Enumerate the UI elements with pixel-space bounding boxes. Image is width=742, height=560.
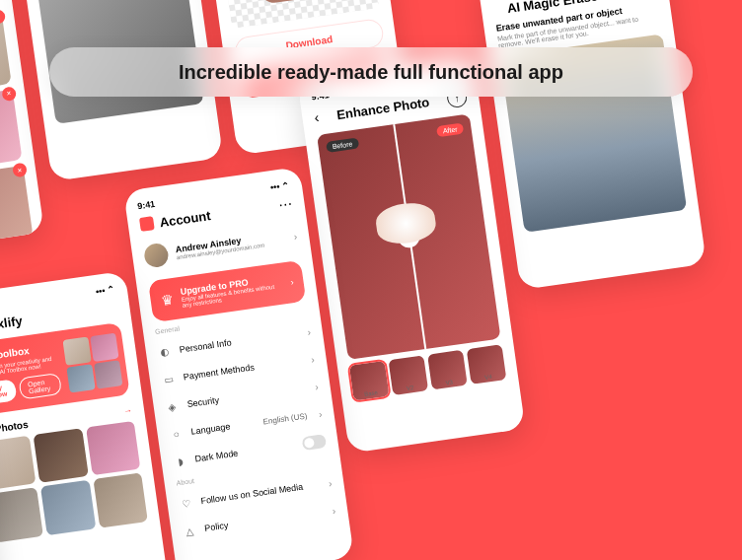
photo-thumb[interactable]: ×	[0, 89, 23, 170]
back-icon[interactable]: ‹	[313, 109, 320, 125]
gallery-thumb[interactable]	[40, 480, 96, 535]
variant-thumb[interactable]: V2	[388, 355, 428, 395]
photo-thumb[interactable]: ×	[0, 12, 12, 93]
chevron-right-icon: ›	[314, 381, 319, 391]
gallery-thumb[interactable]	[0, 488, 43, 543]
chevron-right-icon: ›	[310, 353, 315, 364]
chevron-right-icon: ›	[332, 505, 336, 516]
gallery-thumb[interactable]	[0, 436, 37, 491]
variant-thumb[interactable]: Base	[349, 361, 390, 401]
chevron-right-icon: ›	[293, 231, 298, 242]
app-logo	[139, 216, 155, 232]
remove-icon[interactable]: ×	[0, 9, 6, 25]
status-time: 9:41	[137, 199, 156, 211]
gallery-thumb[interactable]	[93, 473, 148, 528]
chevron-right-icon: ›	[290, 277, 294, 287]
enhance-button[interactable]: Enhance	[0, 246, 38, 256]
chevron-right-icon: ›	[307, 326, 312, 337]
remove-icon[interactable]: ×	[1, 86, 17, 102]
arrow-right-icon[interactable]: →	[122, 405, 132, 416]
eraser-screen: 9:41 AI Magic Eraser Photo Erase unwante…	[477, 0, 706, 290]
heart-icon: ♡	[179, 495, 194, 511]
headline-text: Incredible ready-made full functional ap…	[179, 61, 563, 84]
chevron-right-icon: ›	[318, 408, 323, 419]
toolbox-card[interactable]: AI Toolbox Unleash your creativity and t…	[0, 322, 130, 416]
open-gallery-button[interactable]: Open Gallery	[18, 373, 62, 400]
headline-banner: Incredible ready-made full functional ap…	[49, 47, 693, 97]
variant-thumb[interactable]: V4	[467, 344, 507, 385]
compare-preview[interactable]: Before After ⇄	[317, 114, 500, 360]
lock-icon: △	[183, 523, 198, 538]
screen-title: Enhance Photo	[335, 95, 430, 122]
chevron-right-icon: ›	[328, 477, 333, 488]
photo-thumb[interactable]: ×	[0, 166, 34, 246]
status-icons	[269, 180, 290, 193]
all-photos-heading: All Photos	[0, 419, 29, 437]
after-pill: After	[436, 123, 464, 138]
globe-icon: ○	[169, 426, 185, 442]
crown-icon: ♛	[160, 291, 175, 309]
moon-icon: ◗	[173, 454, 188, 469]
more-icon[interactable]: ⋯	[277, 195, 293, 213]
gallery-thumb[interactable]	[34, 428, 89, 483]
card-icon: ▭	[161, 372, 177, 387]
subject-silhouette	[244, 0, 347, 5]
remove-icon[interactable]: ×	[12, 163, 28, 178]
language-value: English (US)	[262, 411, 308, 426]
gallery-thumb[interactable]	[86, 421, 141, 476]
avatar	[143, 242, 170, 268]
try-now-button[interactable]: Try Now	[0, 379, 17, 404]
variant-thumb[interactable]: V3	[427, 350, 468, 390]
status-icons	[95, 284, 115, 297]
user-icon: ◐	[157, 344, 173, 360]
face-highlight	[374, 199, 438, 246]
shield-icon: ◈	[165, 398, 181, 414]
darkmode-toggle[interactable]	[301, 434, 327, 451]
enhance-compare-screen: 9:41 ‹ Enhance Photo ↑ Before After ⇄ Ba…	[297, 57, 525, 453]
before-pill: Before	[326, 137, 359, 152]
